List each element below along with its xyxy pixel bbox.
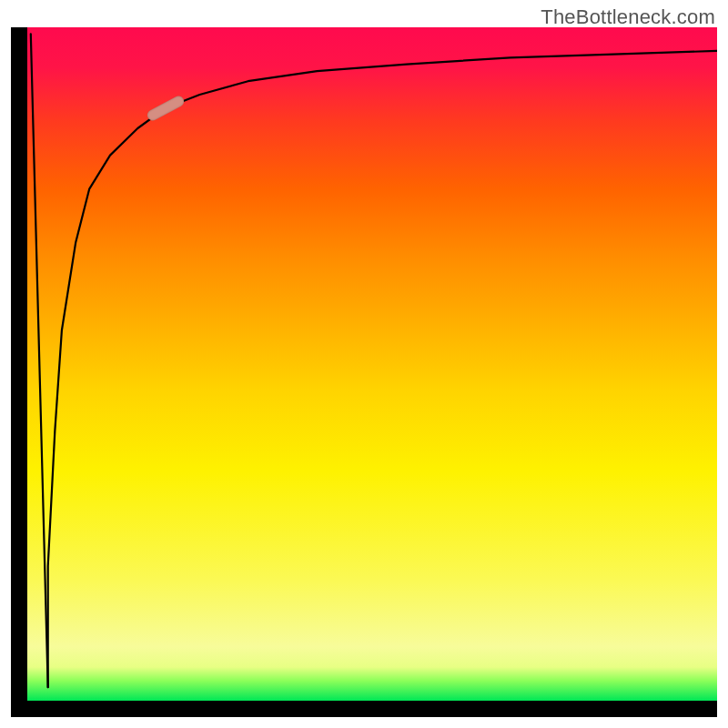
watermark-text: TheBottleneck.com xyxy=(541,5,715,29)
y-axis xyxy=(11,27,27,717)
plot-area xyxy=(27,27,717,701)
series-initial-drop xyxy=(31,34,48,687)
series-bottleneck-curve xyxy=(48,51,717,687)
x-axis xyxy=(11,701,717,717)
chart-lines xyxy=(27,27,717,701)
chart-container xyxy=(11,27,717,717)
